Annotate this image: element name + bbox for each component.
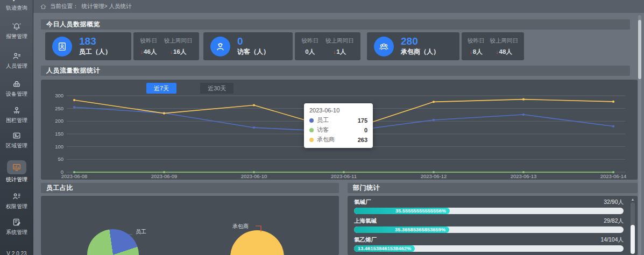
sidebar-item-label: 统计管理 (6, 176, 27, 183)
dept-scrollbar: ▲ (630, 197, 635, 254)
dept-progress-fill: 35.55555555555556% (354, 208, 450, 214)
stat-value: ↓1人 (333, 48, 346, 56)
trend-down-icon: ↓ (333, 49, 336, 55)
y-axis-tick: 100 (55, 144, 63, 150)
data-point (612, 125, 614, 128)
employee-card: 183 员工（人） (45, 32, 131, 60)
dept-progress-track: 13.461538461538462% (354, 245, 624, 252)
sidebar-item-area[interactable]: 区域管理 (0, 131, 33, 150)
scroll-up-icon[interactable]: ▲ (630, 197, 635, 202)
breadcrumb-path: 统计管理> 人员统计 (82, 3, 132, 10)
sidebar-item-personnel[interactable]: 人员管理 (0, 51, 33, 70)
series-dot-visitor (309, 128, 314, 132)
area-icon (12, 131, 22, 140)
sidebar-item-system[interactable]: 系统管理 (0, 217, 33, 236)
stats-icon (7, 160, 26, 174)
sidebar: 轨迹查询 报警管理 人员管理 设备管理 围栏管理 (0, 0, 33, 255)
data-point (522, 114, 525, 116)
data-point (343, 171, 345, 173)
dept-progress-label: 35.55555555555556% (395, 208, 446, 214)
stat-label: 较上周同日 (325, 37, 354, 45)
dept-list: 氯碱厂32/90人35.55555555555556%上海氯碱29/82人35.… (354, 199, 624, 255)
sidebar-item-label: 轨迹查询 (6, 4, 27, 11)
stat-label: 较昨日 (140, 37, 158, 45)
sidebar-item-label: 权限管理 (6, 203, 27, 210)
stat-label: 较上周同日 (490, 37, 519, 45)
sidebar-item-track-query[interactable]: 轨迹查询 (0, 0, 33, 12)
chart-tooltip: 2023-06-10 员工 175 访客 0 承包商 263 (304, 103, 373, 148)
dept-row: 上海氯碱29/82人35.36585365853659% (354, 217, 624, 233)
y-axis-tick: 250 (55, 105, 63, 111)
stat-value: ↓16人 (170, 48, 186, 56)
visitor-card: 0 访客（人） (203, 32, 293, 60)
sidebar-item-fence[interactable]: 围栏管理 (0, 105, 33, 124)
alarm-icon (12, 22, 22, 31)
data-point (73, 171, 75, 173)
trend-down-icon: ↓ (140, 49, 143, 55)
data-point (73, 106, 75, 108)
x-axis-tick: 2023-06-09 (151, 173, 178, 179)
data-point (522, 171, 525, 173)
sidebar-item-label: 人员管理 (6, 62, 27, 69)
series-dot-contractor (309, 138, 314, 142)
pie-label-right: 承包商 (232, 223, 249, 230)
stat-label: 较昨日 (468, 37, 485, 45)
data-point (163, 112, 165, 115)
stat-value: ↓46人 (140, 48, 157, 56)
dept-progress-label: 35.36585365853659% (395, 227, 445, 232)
data-point (433, 101, 435, 103)
sidebar-item-statistics[interactable]: 统计管理 (0, 160, 33, 183)
personnel-icon (12, 51, 22, 61)
trend-down-icon: ↓ (170, 49, 173, 55)
dept-name: 氯乙烯厂 (354, 236, 377, 244)
trend-down-icon: ↓ (496, 49, 499, 55)
contractor-group-icon (374, 37, 394, 56)
x-axis-tick: 2023-06-14 (600, 173, 627, 179)
stat-label: 较昨日 (302, 37, 319, 45)
breadcrumb-bar: 当前位置： 统计管理> 人员统计 (33, 0, 644, 13)
permission-icon (12, 192, 22, 201)
visitor-label: 访客（人） (237, 47, 270, 56)
sidebar-item-label: 系统管理 (6, 229, 27, 236)
visitor-icon (210, 37, 230, 56)
sidebar-item-device[interactable]: 设备管理 (0, 79, 33, 98)
data-point (73, 99, 75, 101)
trend-down-icon: ↓ (470, 49, 472, 55)
contractor-card-group: 280 承包商（人） 较昨日 ↓8人 较上周同日 ↓48人 (367, 32, 524, 60)
x-axis-tick: 2023-06-10 (241, 173, 267, 179)
data-point (163, 171, 165, 173)
x-axis-tick: 2023-06-12 (421, 173, 447, 179)
visitor-stats-card: 较昨日 ↓0人 较上周同日 ↓1人 (295, 32, 360, 60)
dept-name: 上海氯碱 (354, 217, 377, 225)
tooltip-date: 2023-06-10 (309, 107, 367, 114)
dept-progress-track: 35.55555555555556% (354, 208, 624, 214)
data-point (253, 126, 255, 129)
employee-stats-card: 较昨日 ↓46人 较上周同日 ↓16人 (133, 32, 199, 60)
data-point (253, 171, 255, 173)
track-icon (12, 0, 22, 3)
dept-progress-fill: 13.461538461538462% (354, 245, 415, 252)
tooltip-row: 承包商 263 (309, 136, 367, 144)
dept-scrollbar-thumb[interactable] (631, 225, 635, 254)
sidebar-item-alarm[interactable]: 报警管理 (0, 22, 33, 40)
dept-count: 14/104人 (600, 236, 624, 244)
y-axis-tick: 200 (55, 118, 63, 124)
app-version: V 2.0.23 (0, 251, 33, 255)
contractor-card: 280 承包商（人） (367, 32, 459, 60)
page-scrollbar[interactable] (638, 15, 641, 255)
sidebar-item-permission[interactable]: 权限管理 (0, 192, 33, 210)
y-axis-tick: 150 (55, 131, 63, 137)
dept-progress-label: 13.461538461538462% (358, 246, 411, 251)
data-point (433, 119, 435, 121)
data-point (522, 98, 525, 101)
employee-count: 183 (79, 36, 111, 47)
sidebar-item-label: 设备管理 (6, 90, 27, 97)
sidebar-item-label: 区域管理 (6, 142, 27, 149)
dept-count: 29/82人 (604, 217, 624, 225)
page-scrollbar-thumb[interactable] (638, 20, 641, 79)
dept-panel: 氯碱厂32/90人35.55555555555556%上海氯碱29/82人35.… (348, 196, 638, 255)
dept-row: 氯碱厂32/90人35.55555555555556% (354, 199, 624, 214)
pie-label-line-right (255, 224, 265, 233)
employee-badge-icon (52, 37, 72, 56)
dept-row: 氯乙烯厂14/104人13.461538461538462% (354, 236, 624, 252)
